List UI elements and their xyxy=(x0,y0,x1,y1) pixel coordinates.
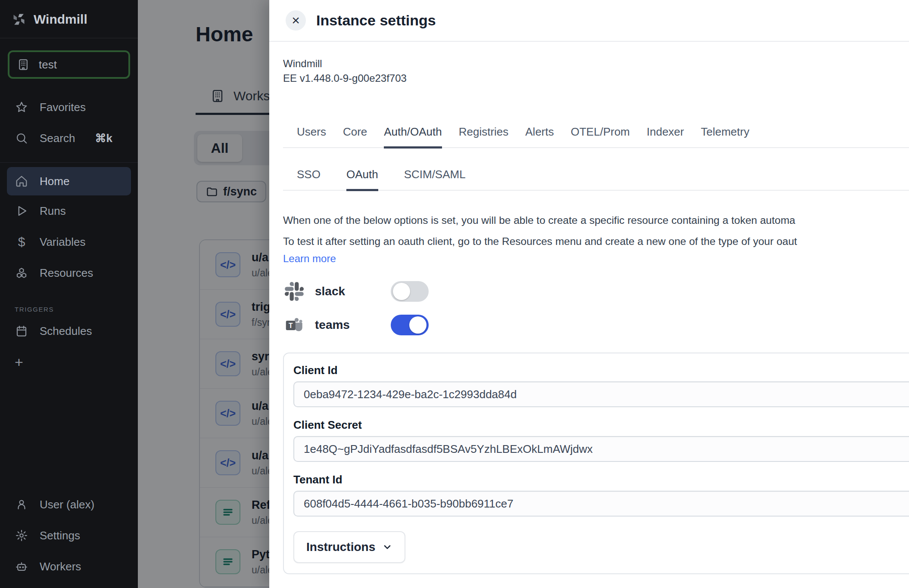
learn-more-link[interactable]: Learn more xyxy=(283,253,336,265)
oauth-description: When one of the below options is set, yo… xyxy=(283,210,909,252)
play-icon xyxy=(15,204,28,218)
tab-indexer[interactable]: Indexer xyxy=(647,125,684,149)
dollar-icon: $ xyxy=(15,235,28,249)
sidebar-item-settings[interactable]: Settings xyxy=(0,520,138,551)
provider-row-slack: slack xyxy=(283,281,909,302)
client-id-label: Client Id xyxy=(293,364,909,377)
instance-version: EE v1.448.0-9-g00e23f703 xyxy=(283,71,909,86)
sidebar-nav: Favorites Search ⌘k Home xyxy=(0,92,138,378)
drawer-header: × Instance settings xyxy=(269,0,909,42)
sidebar-item-resources[interactable]: Resources xyxy=(0,257,138,288)
workspace-selector[interactable]: test xyxy=(8,50,130,79)
sidebar-item-variables[interactable]: $ Variables xyxy=(0,226,138,257)
calendar-icon xyxy=(15,324,28,338)
robot-icon xyxy=(15,560,28,573)
client-id-input[interactable] xyxy=(293,381,909,407)
tab-registries[interactable]: Registries xyxy=(459,125,509,149)
description-line-1: When one of the below options is set, yo… xyxy=(283,210,909,231)
provider-name: slack xyxy=(315,285,391,298)
drawer-title: Instance settings xyxy=(316,12,436,29)
windmill-logo-icon xyxy=(12,12,26,26)
sidebar-item-label: Workers xyxy=(40,560,81,573)
teams-toggle[interactable] xyxy=(391,315,429,335)
sidebar-item-user[interactable]: User (alex) xyxy=(0,489,138,520)
provider-row-teams: T teams xyxy=(283,315,909,335)
brand-name: Windmill xyxy=(34,12,87,27)
tenant-id-label: Tenant Id xyxy=(293,473,909,486)
sidebar-item-runs[interactable]: Runs xyxy=(0,195,138,226)
toggle-knob xyxy=(409,316,426,334)
subtab-scim-saml[interactable]: SCIM/SAML xyxy=(404,168,466,191)
sidebar-item-label: Settings xyxy=(40,529,80,542)
instance-meta: Windmill EE v1.448.0-9-g00e23f703 xyxy=(283,56,909,86)
tab-auth-oauth[interactable]: Auth/OAuth xyxy=(384,125,442,149)
triggers-section-label: TRIGGERS xyxy=(15,306,138,313)
workspace-name: test xyxy=(39,58,57,71)
oauth-providers: slack T teams xyxy=(283,281,909,335)
building-icon xyxy=(16,58,30,71)
sidebar-item-label: Search xyxy=(40,132,75,145)
tenant-id-input[interactable] xyxy=(293,491,909,517)
sidebar-item-label: User (alex) xyxy=(40,498,94,511)
sidebar-main-group: Home Runs $ Variables Resources xyxy=(0,162,138,288)
search-shortcut: ⌘k xyxy=(95,132,112,145)
sidebar-item-workers[interactable]: Workers xyxy=(0,551,138,582)
sidebar-item-label: Variables xyxy=(40,235,85,249)
brand-row: Windmill xyxy=(0,0,138,38)
description-line-2: To test it after setting an oauth client… xyxy=(283,231,909,252)
sidebar-item-label: Resources xyxy=(40,266,93,280)
sidebar-item-label: Schedules xyxy=(40,325,92,338)
chevron-down-icon xyxy=(382,542,392,552)
subtab-oauth[interactable]: OAuth xyxy=(346,168,378,191)
teams-icon: T xyxy=(285,316,304,334)
sidebar-item-home[interactable]: Home xyxy=(7,167,131,195)
tab-users[interactable]: Users xyxy=(297,125,326,149)
user-icon xyxy=(15,498,28,511)
sidebar-item-label: Favorites xyxy=(40,101,86,114)
instance-settings-drawer: × Instance settings Windmill EE v1.448.0… xyxy=(269,0,909,588)
toggle-knob xyxy=(393,283,410,300)
star-icon xyxy=(15,100,28,114)
svg-text:T: T xyxy=(289,322,293,329)
close-icon[interactable]: × xyxy=(286,10,306,31)
subtab-sso[interactable]: SSO xyxy=(297,168,321,191)
tab-otel-prom[interactable]: OTEL/Prom xyxy=(571,125,630,149)
instance-app-name: Windmill xyxy=(283,56,909,71)
sidebar-item-search[interactable]: Search ⌘k xyxy=(0,123,138,154)
settings-tabs: Users Core Auth/OAuth Registries Alerts … xyxy=(283,125,909,148)
auth-subtabs: SSO OAuth SCIM/SAML xyxy=(283,168,909,191)
instructions-button[interactable]: Instructions xyxy=(293,531,405,563)
sidebar-add-button[interactable]: + xyxy=(0,347,138,378)
slack-toggle[interactable] xyxy=(391,281,429,302)
tab-telemetry[interactable]: Telemetry xyxy=(701,125,750,149)
client-secret-input[interactable] xyxy=(293,436,909,462)
tab-alerts[interactable]: Alerts xyxy=(525,125,554,149)
client-secret-label: Client Secret xyxy=(293,418,909,432)
home-icon xyxy=(15,174,28,188)
app-window: Windmill test Favorites xyxy=(0,0,909,588)
plus-icon: + xyxy=(15,354,23,371)
sidebar-item-label: Runs xyxy=(40,204,66,218)
teams-oauth-config-card: Client Id Client Secret Tenant Id Instru… xyxy=(283,353,909,574)
tab-core[interactable]: Core xyxy=(343,125,367,149)
drawer-body: Windmill EE v1.448.0-9-g00e23f703 Users … xyxy=(269,56,909,574)
provider-name: teams xyxy=(315,318,391,332)
sidebar-item-favorites[interactable]: Favorites xyxy=(0,92,138,123)
sidebar: Windmill test Favorites xyxy=(0,0,138,588)
instructions-label: Instructions xyxy=(306,540,375,554)
slack-icon xyxy=(285,282,304,301)
sidebar-item-label: Home xyxy=(40,175,69,188)
sidebar-bottom: User (alex) Settings Workers xyxy=(0,489,138,588)
search-icon xyxy=(15,131,28,145)
boxes-icon xyxy=(15,266,28,280)
gear-icon xyxy=(15,529,28,542)
sidebar-item-schedules[interactable]: Schedules xyxy=(0,316,138,347)
